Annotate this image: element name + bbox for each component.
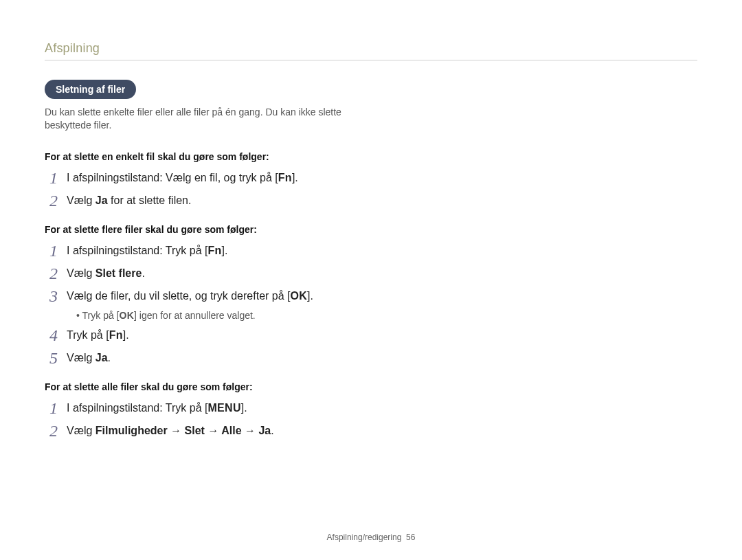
footer-label: Afspilning/redigering — [327, 533, 402, 542]
step-number: 5 — [45, 349, 63, 366]
fn-button-icon: Fn — [207, 245, 221, 256]
step-number: 1 — [45, 242, 63, 259]
subheading-multiple: For at slette flere filer skal du gøre s… — [45, 224, 697, 235]
fn-button-icon: Fn — [278, 172, 292, 183]
steps-all: 1 I afspilningstilstand: Tryk på [MENU].… — [45, 399, 697, 439]
step-text: Vælg Ja. — [67, 349, 697, 366]
step-number: 1 — [45, 399, 63, 416]
step-text: Vælg de filer, du vil slette, og tryk de… — [67, 287, 697, 304]
step-text: Tryk på [Fn]. — [67, 326, 697, 343]
step-text: I afspilningstilstand: Tryk på [MENU]. — [67, 399, 697, 416]
menu-button-icon: MENU — [207, 402, 240, 414]
step: 2 Vælg Ja for at slette filen. — [45, 192, 697, 209]
ok-button-icon: OK — [291, 290, 308, 302]
step: 2 Vælg Slet flere. — [45, 265, 697, 282]
step-text: Vælg Ja for at slette filen. — [67, 192, 697, 208]
step-text: Vælg Slet flere. — [67, 265, 697, 281]
step: 1 I afspilningstilstand: Vælg en fil, og… — [45, 169, 697, 186]
step: 1 I afspilningstilstand: Tryk på [MENU]. — [45, 399, 697, 416]
intro-text: Du kan slette enkelte filer eller alle f… — [45, 106, 368, 132]
page-footer: Afspilning/redigering 56 — [0, 533, 742, 542]
topic-pill: Sletning af filer — [45, 80, 136, 99]
topic-pill-label: Sletning af filer — [56, 84, 125, 95]
fn-button-icon: Fn — [109, 329, 123, 341]
ok-button-icon: OK — [119, 310, 134, 321]
subheading-single: For at slette en enkelt fil skal du gøre… — [45, 151, 697, 162]
step-text: I afspilningstilstand: Tryk på [Fn]. — [67, 242, 697, 258]
manual-page: Afspilning Sletning af filer Du kan slet… — [0, 0, 742, 560]
step-number: 2 — [45, 265, 63, 282]
step-text: Vælg Filmuligheder → Slet → Alle → Ja. — [67, 422, 697, 438]
step-number: 3 — [45, 287, 63, 304]
section-title: Afspilning — [45, 41, 100, 55]
step: 3 Vælg de filer, du vil slette, og tryk … — [45, 287, 697, 304]
step: 2 Vælg Filmuligheder → Slet → Alle → Ja. — [45, 422, 697, 439]
step-number: 2 — [45, 422, 63, 439]
step-number: 1 — [45, 169, 63, 186]
step: 5 Vælg Ja. — [45, 349, 697, 366]
steps-single: 1 I afspilningstilstand: Vælg en fil, og… — [45, 169, 697, 209]
step-text: I afspilningstilstand: Vælg en fil, og t… — [67, 169, 697, 186]
step: 4 Tryk på [Fn]. — [45, 326, 697, 344]
step-number: 4 — [45, 326, 63, 344]
section-header: Afspilning — [45, 41, 697, 60]
subheading-all: For at slette alle filer skal du gøre so… — [45, 381, 697, 392]
steps-multiple: 1 I afspilningstilstand: Tryk på [Fn]. 2… — [45, 242, 697, 366]
step-number: 2 — [45, 192, 63, 209]
step: 1 I afspilningstilstand: Tryk på [Fn]. — [45, 242, 697, 259]
step-note: Tryk på [OK] igen for at annullere valge… — [76, 310, 697, 321]
page-number: 56 — [406, 533, 415, 542]
